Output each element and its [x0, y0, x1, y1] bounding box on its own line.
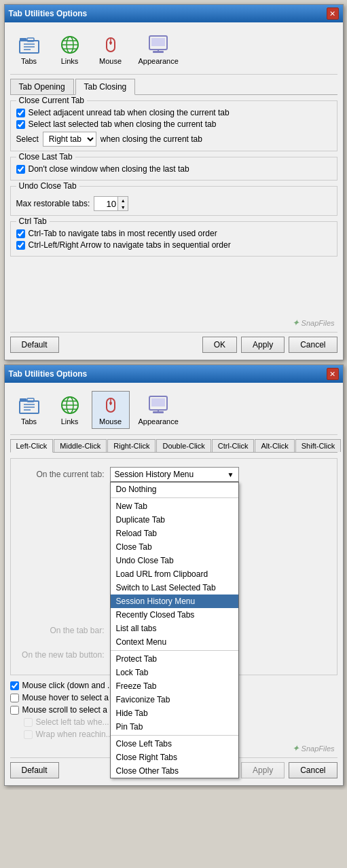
- option-list-all-tabs[interactable]: List all tabs: [111, 622, 238, 635]
- current-tab-label: On the current tab:: [16, 470, 105, 479]
- option-close-other-tabs[interactable]: Close Other Tabs: [111, 764, 238, 778]
- current-tab-row: On the current tab: Session History Menu…: [16, 464, 331, 485]
- toolbar2-tabs[interactable]: Tabs: [10, 391, 48, 429]
- toolbar-links-label: Links: [61, 57, 79, 65]
- cb-ctrl-tab[interactable]: [16, 229, 25, 238]
- watermark-text-2: SnapFiles: [302, 744, 335, 753]
- spinner-row: Max restorable tabs: ▲ ▼: [16, 196, 331, 211]
- option-hide-tab[interactable]: Hide Tab: [111, 706, 238, 720]
- option-switch-last[interactable]: Switch to Last Selected Tab: [111, 581, 238, 595]
- option-recently-closed[interactable]: Recently Closed Tabs: [111, 608, 238, 622]
- appearance-icon-2: [147, 394, 169, 416]
- option-close-tab[interactable]: Close Tab: [111, 540, 238, 554]
- dropdown-trigger[interactable]: Session History Menu ▼: [110, 467, 239, 482]
- apply-button-2[interactable]: Apply: [241, 762, 285, 778]
- tab-shift-click[interactable]: Shift-Click: [295, 439, 342, 452]
- section-ctrl-tab: Ctrl Tab Ctrl-Tab to navigate tabs in mo…: [10, 221, 337, 257]
- dropdown-current-value: Session History Menu: [115, 470, 227, 479]
- section-close-current-title: Close Current Tab: [16, 96, 88, 105]
- checkbox-row-ctrl-tab: Ctrl-Tab to navigate tabs in most recent…: [16, 229, 331, 238]
- toolbar2-links-label: Links: [61, 417, 79, 426]
- cb-mouse-click-label: Mouse click (down and ...: [22, 681, 114, 690]
- window2: Tab Utilities Options ✕ Tabs: [4, 364, 344, 786]
- option-close-right-tabs[interactable]: Close Right Tabs: [111, 751, 238, 764]
- cb-ctrl-arrow[interactable]: [16, 241, 25, 250]
- dropdown-arrow-icon: ▼: [227, 471, 234, 478]
- toolbar2-mouse[interactable]: Mouse: [92, 391, 130, 429]
- dropdown-container: Session History Menu ▼ Do Nothing New Ta…: [110, 467, 239, 482]
- button-bar-1: Default OK Apply Cancel: [10, 332, 337, 354]
- tabs-icon: [18, 34, 40, 56]
- tab-left-click[interactable]: Left-Click: [10, 439, 54, 453]
- select-suffix: when closing the current tab: [101, 134, 202, 144]
- spinner-buttons: ▲ ▼: [118, 196, 128, 211]
- option-context-menu[interactable]: Context Menu: [111, 635, 238, 649]
- max-restorable-input[interactable]: [94, 196, 118, 211]
- option-do-nothing[interactable]: Do Nothing: [111, 483, 238, 496]
- toolbar-links[interactable]: Links: [51, 31, 89, 69]
- checkbox-row-last-selected: Select last selected tab when closing th…: [16, 119, 331, 129]
- cb-adjacent[interactable]: [16, 109, 25, 117]
- cb-last-selected[interactable]: [16, 120, 25, 129]
- tab-middle-click[interactable]: Middle-Click: [54, 439, 107, 452]
- option-close-left-tabs[interactable]: Close Left Tabs: [111, 737, 238, 751]
- tab-closing[interactable]: Tab Closing: [75, 79, 136, 95]
- cb-last-selected-label: Select last selected tab when closing th…: [29, 119, 217, 129]
- mouse-icon-2: [100, 394, 122, 416]
- cancel-button-2[interactable]: Cancel: [289, 762, 337, 778]
- cb-select-left: [24, 718, 33, 727]
- svg-rect-20: [27, 398, 34, 402]
- option-load-url[interactable]: Load URL from Clipboard: [111, 567, 238, 581]
- option-pin-tab[interactable]: Pin Tab: [111, 720, 238, 734]
- cb-mouse-hover[interactable]: [10, 694, 19, 702]
- spinner-container: ▲ ▼: [94, 196, 128, 211]
- spinner-down[interactable]: ▼: [118, 204, 128, 210]
- svg-point-13: [109, 41, 112, 44]
- option-undo-close-tab[interactable]: Undo Close Tab: [111, 554, 238, 567]
- toolbar2-appearance[interactable]: Appearance: [132, 391, 185, 429]
- watermark-1: ✦ SnapFiles: [10, 316, 337, 329]
- toolbar-appearance[interactable]: Appearance: [132, 31, 185, 69]
- checkbox-row-dont-close: Don't close window when closing the last…: [16, 164, 331, 174]
- tab-opening[interactable]: Tab Opening: [10, 79, 74, 94]
- ok-button-1[interactable]: OK: [202, 337, 237, 353]
- mouse-form-section: On the current tab: Session History Menu…: [10, 458, 337, 675]
- option-faviconize-tab[interactable]: Faviconize Tab: [111, 693, 238, 706]
- option-session-history[interactable]: Session History Menu: [111, 595, 238, 608]
- option-duplicate-tab[interactable]: Duplicate Tab: [111, 513, 238, 527]
- right-tab-select[interactable]: Right tab Left tab First tab Last tab: [43, 132, 96, 147]
- multi-tab-bar: Left-Click Middle-Click Right-Click Doub…: [10, 439, 337, 453]
- option-freeze-tab[interactable]: Freeze Tab: [111, 679, 238, 693]
- toolbar2-links[interactable]: Links: [51, 391, 89, 429]
- tab-alt-click[interactable]: Alt-Click: [255, 439, 294, 452]
- divider-2: [111, 650, 238, 651]
- default-button-2[interactable]: Default: [10, 762, 59, 778]
- option-lock-tab[interactable]: Lock Tab: [111, 666, 238, 679]
- svg-rect-15: [151, 38, 165, 46]
- current-tab-control: Session History Menu ▼ Do Nothing New Ta…: [110, 467, 331, 482]
- toolbar-mouse-label: Mouse: [99, 57, 122, 65]
- option-protect-tab[interactable]: Protect Tab: [111, 652, 238, 666]
- cb-adjacent-label: Select adjacent unread tab when closing …: [29, 108, 230, 117]
- toolbar-mouse[interactable]: Mouse: [92, 31, 130, 69]
- tab-ctrl-click[interactable]: Ctrl-Click: [212, 439, 255, 452]
- apply-button-1[interactable]: Apply: [241, 337, 285, 353]
- close-button-1[interactable]: ✕: [327, 7, 339, 20]
- cb-mouse-click[interactable]: [10, 681, 19, 690]
- cancel-button-1[interactable]: Cancel: [289, 337, 337, 353]
- close-button-2[interactable]: ✕: [327, 368, 339, 380]
- svg-rect-33: [151, 398, 165, 407]
- default-button-1[interactable]: Default: [10, 337, 59, 353]
- tab-right-click[interactable]: Right-Click: [107, 439, 156, 452]
- cb-mouse-scroll[interactable]: [10, 706, 19, 715]
- option-reload-tab[interactable]: Reload Tab: [111, 527, 238, 540]
- spinner-up[interactable]: ▲: [118, 197, 128, 204]
- tab-double-click[interactable]: Double-Click: [156, 439, 211, 452]
- cb-ctrl-tab-label: Ctrl-Tab to navigate tabs in most recent…: [29, 229, 217, 238]
- window1: Tab Utilities Options ✕ Tabs: [4, 4, 344, 360]
- toolbar-tabs[interactable]: Tabs: [10, 31, 48, 69]
- cb-dont-close[interactable]: [16, 165, 25, 174]
- svg-point-31: [109, 402, 112, 404]
- checkbox-row-adjacent: Select adjacent unread tab when closing …: [16, 108, 331, 117]
- option-new-tab[interactable]: New Tab: [111, 499, 238, 513]
